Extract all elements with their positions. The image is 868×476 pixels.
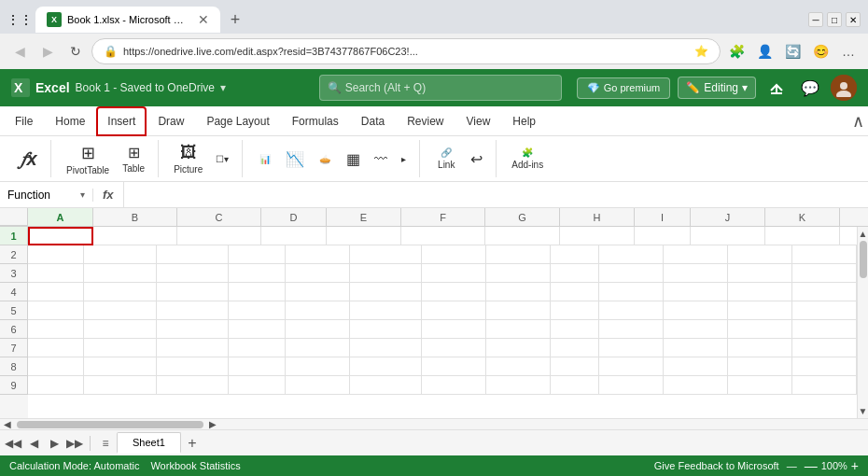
cell-L5[interactable] — [728, 301, 792, 320]
forward-button[interactable]: ▶ — [35, 39, 60, 63]
name-box[interactable]: Function ▾ — [0, 189, 93, 202]
cell-M8[interactable] — [792, 357, 857, 376]
cell-J1[interactable] — [691, 227, 765, 245]
horizontal-scrollbar[interactable]: ◀ ▶ — [0, 418, 868, 429]
cell-F2[interactable] — [350, 245, 422, 264]
cell-C3[interactable] — [157, 264, 229, 283]
cell-G5[interactable] — [422, 301, 486, 320]
col-header-J[interactable]: J — [691, 208, 765, 226]
cell-K5[interactable] — [664, 301, 728, 320]
editing-button[interactable]: ✏️ Editing ▾ — [678, 77, 756, 99]
cell-L1[interactable] — [840, 227, 857, 245]
cell-I4[interactable] — [551, 283, 599, 301]
column-chart-button[interactable]: 📊 — [252, 150, 278, 168]
minimize-button[interactable]: ─ — [808, 12, 823, 27]
cell-J8[interactable] — [599, 357, 664, 376]
line-chart-button[interactable]: 📉 — [280, 147, 310, 172]
sheet-nav-first[interactable]: ◀◀ — [4, 434, 22, 453]
cell-H6[interactable] — [486, 320, 551, 339]
col-header-D[interactable]: D — [261, 208, 327, 226]
user-icon[interactable]: 👤 — [752, 39, 777, 63]
cell-A8[interactable] — [28, 357, 84, 376]
cell-B1[interactable] — [93, 227, 177, 245]
cell-C5[interactable] — [157, 301, 229, 320]
cell-A1[interactable]: ↑ — [28, 227, 93, 245]
cell-M3[interactable] — [792, 264, 857, 283]
new-tab-button[interactable]: + — [224, 8, 246, 31]
area-chart-button[interactable]: 〰 — [368, 147, 394, 170]
cell-I6[interactable] — [551, 320, 599, 339]
go-premium-button[interactable]: 💎 Go premium — [577, 77, 671, 99]
cell-C8[interactable] — [157, 357, 229, 376]
col-header-K[interactable]: K — [765, 208, 840, 226]
address-bar[interactable]: 🔒 https://onedrive.live.com/edit.aspx?re… — [91, 38, 721, 64]
cell-C2[interactable] — [157, 245, 229, 264]
browser-tab[interactable]: X Book 1.xlsx - Microsoft Excel Onl ✕ — [35, 7, 220, 33]
cell-C1[interactable] — [177, 227, 261, 245]
cell-L7[interactable] — [728, 339, 792, 357]
excel-search[interactable]: 🔍 Search (Alt + Q) — [319, 75, 562, 101]
book-title-dropdown[interactable]: ▾ — [220, 81, 226, 94]
cell-K3[interactable] — [664, 264, 728, 283]
tab-page-layout[interactable]: Page Layout — [195, 106, 280, 136]
pie-chart-button[interactable]: 🥧 — [312, 150, 338, 168]
sheet-tab-sheet1[interactable]: Sheet1 — [117, 432, 181, 454]
cell-G7[interactable] — [422, 339, 486, 357]
add-sheet-button[interactable]: + — [183, 434, 202, 453]
cell-B4[interactable] — [84, 283, 156, 301]
tab-insert[interactable]: Insert — [96, 106, 147, 136]
insert-function-button[interactable]: 𝑓x — [15, 145, 43, 174]
cell-H3[interactable] — [486, 264, 551, 283]
cell-B3[interactable] — [84, 264, 156, 283]
cell-B6[interactable] — [84, 320, 156, 339]
cell-M4[interactable] — [792, 283, 857, 301]
cell-I1[interactable] — [635, 227, 691, 245]
row-header-4[interactable]: 4 — [0, 283, 28, 301]
zoom-in-button[interactable]: + — [851, 458, 859, 473]
cell-A6[interactable] — [28, 320, 84, 339]
cell-A9[interactable] — [28, 376, 84, 395]
sync-icon[interactable]: 🔄 — [780, 39, 805, 63]
tab-close-icon[interactable]: ✕ — [198, 12, 209, 27]
cell-E5[interactable] — [286, 301, 350, 320]
cell-M6[interactable] — [792, 320, 857, 339]
tab-data[interactable]: Data — [350, 106, 396, 136]
row-header-5[interactable]: 5 — [0, 301, 28, 320]
cell-B5[interactable] — [84, 301, 156, 320]
cell-B8[interactable] — [84, 357, 156, 376]
cell-B2[interactable] — [84, 245, 156, 264]
cell-K9[interactable] — [664, 376, 728, 395]
scroll-thumb-horizontal[interactable] — [17, 421, 203, 428]
extensions-icon[interactable]: 🧩 — [724, 39, 749, 63]
cell-L6[interactable] — [728, 320, 792, 339]
cell-H9[interactable] — [486, 376, 551, 395]
browser-menu-icon[interactable]: … — [836, 39, 861, 63]
add-ins-button[interactable]: 🧩 Add-ins — [506, 144, 549, 174]
scroll-right-button[interactable]: ▶ — [207, 419, 218, 429]
sheet-nav-last[interactable]: ▶▶ — [65, 434, 84, 453]
cell-L8[interactable] — [728, 357, 792, 376]
row-header-9[interactable]: 9 — [0, 376, 28, 395]
tab-review[interactable]: Review — [396, 106, 455, 136]
maximize-button[interactable]: □ — [827, 12, 842, 27]
cell-D5[interactable] — [229, 301, 285, 320]
col-header-C[interactable]: C — [177, 208, 261, 226]
cell-H5[interactable] — [486, 301, 551, 320]
cell-K4[interactable] — [664, 283, 728, 301]
cell-M7[interactable] — [792, 339, 857, 357]
fx-formula-button[interactable]: fx — [93, 182, 124, 207]
cell-K6[interactable] — [664, 320, 728, 339]
cell-K1[interactable] — [765, 227, 840, 245]
cell-D8[interactable] — [229, 357, 285, 376]
more-charts-button[interactable]: ▸ — [396, 150, 412, 168]
workbook-stats-button[interactable]: Workbook Statistics — [150, 460, 240, 471]
col-header-G[interactable]: G — [485, 208, 560, 226]
sheet-hamburger-button[interactable]: ≡ — [96, 434, 115, 453]
pivot-table-button[interactable]: ⊞ PivotTable — [61, 139, 115, 179]
cell-E3[interactable] — [286, 264, 350, 283]
feedback-button[interactable]: Give Feedback to Microsoft — [654, 460, 779, 471]
cell-E7[interactable] — [286, 339, 350, 357]
cell-D4[interactable] — [229, 283, 285, 301]
link-action-button[interactable]: ↩ — [465, 147, 488, 172]
row-header-8[interactable]: 8 — [0, 357, 28, 376]
